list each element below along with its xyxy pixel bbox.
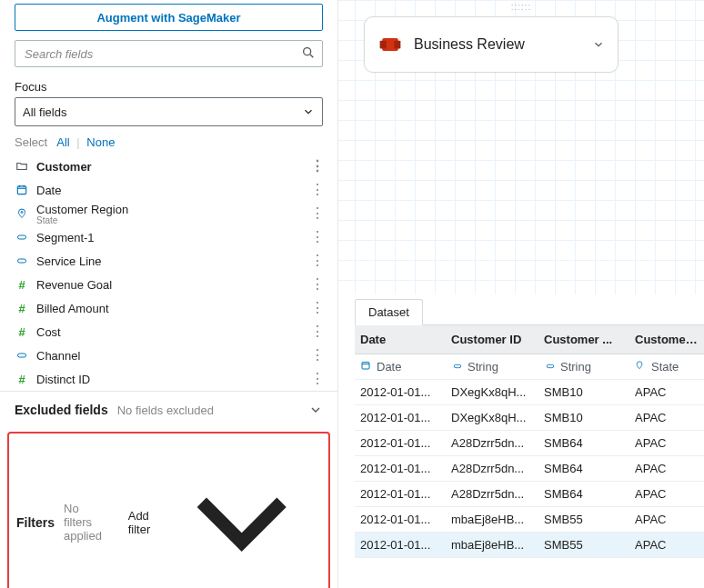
table-row[interactable]: 2012-01-01...A28Dzrr5dn...SMB64APAC (355, 456, 704, 482)
table-row[interactable]: 2012-01-01...DXegKx8qH...SMB10APAC (355, 380, 704, 405)
table-row[interactable]: 2012-01-01...DXegKx8qH...SMB10APAC (355, 405, 704, 431)
filters-title: Filters (16, 515, 55, 530)
table-row[interactable]: 2012-01-01...mbaEj8eHB...SMB55APAC (355, 507, 704, 533)
tab-dataset[interactable]: Dataset (355, 299, 423, 325)
table-row[interactable]: 2012-01-01...A28Dzrr5dn...SMB64APAC (355, 482, 704, 507)
svg-rect-7 (18, 235, 26, 239)
augment-sagemaker-button[interactable]: Augment with SageMaker (15, 4, 323, 31)
svg-line-1 (310, 55, 313, 57)
field-name: Revenue Goal (36, 278, 303, 292)
field-row[interactable]: Segment-1⋮ (0, 225, 337, 249)
excluded-title: Excluded fields (15, 403, 108, 417)
date-type-icon (360, 360, 373, 374)
field-row[interactable]: Customer RegionState⋮ (0, 202, 337, 225)
column-header[interactable]: Customer ... (538, 325, 629, 354)
table-cell: APAC (629, 533, 704, 558)
svg-rect-16 (547, 364, 554, 367)
field-type-icon (15, 350, 29, 361)
drag-handle-icon[interactable]: :::::: (511, 2, 532, 12)
svg-rect-12 (394, 41, 400, 49)
table-cell: A28Dzrr5dn... (446, 431, 538, 456)
table-cell: SMB64 (538, 431, 629, 456)
table-cell: APAC (629, 507, 704, 533)
dataset-tabstrip: Dataset (355, 294, 704, 325)
table-cell: 2012-01-01... (355, 380, 446, 405)
table-cell: SMB64 (538, 456, 629, 482)
geo-type-icon (635, 360, 648, 374)
dataset-card[interactable]: Business Review (364, 16, 619, 73)
field-menu-button[interactable]: ⋮ (310, 327, 323, 336)
svg-rect-13 (362, 363, 369, 370)
field-menu-button[interactable]: ⋮ (310, 374, 323, 384)
table-row[interactable]: 2012-01-01...A28Dzrr5dn...SMB64APAC (355, 431, 704, 456)
field-menu-button[interactable]: ⋮ (310, 280, 323, 289)
table-cell: A28Dzrr5dn... (446, 456, 538, 482)
field-type-icon (15, 232, 29, 243)
focus-select[interactable]: All fields (15, 97, 323, 126)
field-row[interactable]: Channel⋮ (0, 344, 337, 367)
field-menu-button[interactable]: ⋮ (310, 256, 323, 265)
field-name: Segment-1 (36, 231, 303, 244)
excluded-fields-section[interactable]: Excluded fields No fields excluded (0, 391, 337, 428)
field-menu-button[interactable]: ⋮ (310, 209, 323, 218)
field-type-icon (15, 184, 29, 196)
column-header[interactable]: Date (355, 325, 446, 354)
field-type-icon: # (15, 373, 29, 386)
field-name: Date (36, 184, 303, 197)
table-cell: mbaEj8eHB... (446, 507, 538, 533)
select-all-link[interactable]: All (56, 135, 69, 149)
add-filter-link[interactable]: Add filter (128, 509, 153, 536)
select-none-link[interactable]: None (86, 135, 115, 149)
excluded-note: No fields excluded (117, 404, 299, 417)
table-cell: DXegKx8qH... (446, 380, 538, 405)
column-header[interactable]: Customer ID (446, 325, 538, 354)
field-type-icon: # (15, 278, 29, 292)
field-name: Channel (36, 349, 303, 363)
analysis-canvas[interactable]: :::::: Business Review (338, 0, 704, 294)
field-menu-button[interactable]: ⋮ (310, 351, 323, 360)
select-word: Select (15, 135, 47, 149)
table-cell: APAC (629, 380, 704, 405)
field-row[interactable]: Service Line⋮ (0, 249, 337, 273)
search-fields-input[interactable] (15, 40, 323, 67)
field-row[interactable]: #Distinct ID⋮ (0, 367, 337, 391)
field-row[interactable]: #Cost⋮ (0, 320, 337, 344)
field-row[interactable]: Date⋮ (0, 178, 337, 202)
field-menu-button[interactable]: ⋮ (310, 304, 323, 313)
field-name: Service Line (36, 254, 303, 268)
chevron-down-icon (162, 443, 321, 588)
table-cell: APAC (629, 456, 704, 482)
chevron-down-icon (308, 403, 323, 417)
svg-rect-2 (17, 186, 25, 194)
focus-label: Focus (15, 80, 323, 94)
table-cell: SMB10 (538, 380, 629, 405)
field-row[interactable]: Customer⋮ (0, 154, 337, 178)
column-type-row: DateStringStringState (355, 354, 704, 380)
dataset-icon (377, 32, 403, 57)
table-cell: APAC (629, 482, 704, 507)
fields-list: Customer⋮Date⋮Customer RegionState⋮Segme… (0, 154, 337, 391)
table-cell: SMB55 (538, 507, 629, 533)
string-type-icon (544, 360, 557, 374)
field-type-icon: # (15, 325, 29, 339)
field-name: Cost (36, 325, 303, 339)
table-cell: 2012-01-01... (355, 507, 446, 533)
chevron-down-icon (302, 105, 315, 118)
dataset-card-title: Business Review (414, 36, 581, 53)
table-cell: A28Dzrr5dn... (446, 482, 538, 507)
field-menu-button[interactable]: ⋮ (310, 162, 323, 171)
field-row[interactable]: #Revenue Goal⋮ (0, 273, 337, 296)
filters-note: No filters applied (64, 502, 110, 543)
table-row[interactable]: 2012-01-01...mbaEj8eHB...SMB55APAC (355, 533, 704, 558)
chevron-down-icon[interactable] (592, 38, 605, 51)
filters-section[interactable]: Filters No filters applied Add filter (7, 432, 330, 588)
table-cell: 2012-01-01... (355, 431, 446, 456)
column-header[interactable]: Customer .. (629, 325, 704, 354)
field-type-icon: # (15, 302, 29, 315)
field-row[interactable]: #Billed Amount⋮ (0, 296, 337, 320)
table-cell: 2012-01-01... (355, 456, 446, 482)
field-menu-button[interactable]: ⋮ (310, 233, 323, 242)
table-cell: 2012-01-01... (355, 533, 446, 558)
table-cell: 2012-01-01... (355, 405, 446, 431)
field-menu-button[interactable]: ⋮ (310, 185, 323, 194)
